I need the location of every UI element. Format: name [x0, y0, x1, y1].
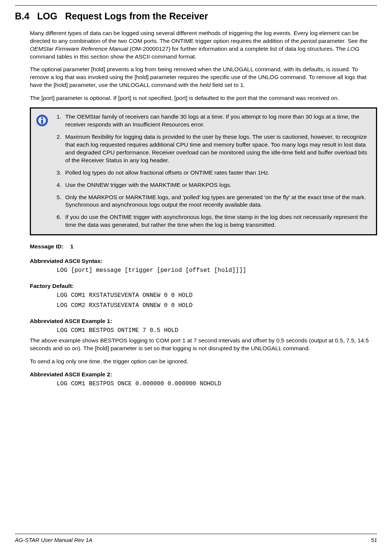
example-2-label: Abbreviated ASCII Example 2: [30, 371, 377, 379]
section-description: Request Logs from the Receiver [65, 11, 208, 21]
example-2-value: LOG COM1 BESTPOS ONCE 0.000000 0.000000 … [57, 379, 377, 389]
info-content: The OEMStar family of receivers can hand… [53, 113, 369, 230]
message-id-value: 1 [70, 243, 73, 250]
intro-paragraph-2: The optional parameter [hold] prevents a… [30, 66, 377, 89]
factory-default-2: LOG COM2 RXSTATUSEVENTA ONNEW 0 0 HOLD [57, 301, 377, 311]
info-note-5: Only the MARKPOS or MARKTIME logs, and '… [63, 194, 369, 209]
example-1-value: LOG COM1 BESTPOS ONTIME 7 0.5 HOLD [57, 326, 377, 336]
info-note-6: If you do use the ONTIME trigger with as… [63, 213, 369, 229]
example-1-description-2: To send a log only one time, the trigger… [30, 358, 377, 366]
factory-default-label: Factory Default: [30, 282, 377, 290]
top-rule [15, 5, 377, 6]
info-box: The OEMStar family of receivers can hand… [30, 107, 377, 235]
info-note-2: Maximum flexibility for logging data is … [63, 133, 369, 164]
svg-rect-2 [41, 120, 43, 124]
footer-rule [15, 534, 377, 534]
page-footer: AG-STAR User Manual Rev 1A 51 [15, 534, 377, 544]
section-number: B.4 [15, 11, 29, 21]
section-heading: B.4 LOG Request Logs from the Receiver [15, 10, 377, 23]
info-note-4: Use the ONNEW trigger with the MARKTIME … [63, 181, 369, 189]
intro-paragraph-1: Many different types of data can be logg… [30, 29, 377, 61]
factory-default-1: LOG COM1 RXSTATUSEVENTA ONNEW 0 0 HOLD [57, 291, 377, 301]
section-command: LOG [37, 11, 57, 21]
intro-paragraph-3: The [port] parameter is optional. If [po… [30, 94, 377, 102]
syntax-label: Abbreviated ASCII Syntax: [30, 257, 377, 265]
footer-manual-title: AG-STAR User Manual Rev 1A [15, 536, 92, 544]
info-note-3: Polled log types do not allow fractional… [63, 169, 369, 177]
example-1-label: Abbreviated ASCII Example 1: [30, 317, 377, 325]
svg-rect-1 [41, 117, 43, 119]
message-id-label: Message ID: [30, 243, 63, 250]
footer-page-number: 51 [371, 536, 377, 544]
info-icon [36, 115, 48, 126]
info-note-1: The OEMStar family of receivers can hand… [63, 113, 369, 129]
syntax-value: LOG [port] message [trigger [period [off… [57, 266, 377, 276]
message-id-row: Message ID:1 [30, 243, 377, 251]
example-1-description: The above example shows BESTPOS logging … [30, 337, 377, 352]
